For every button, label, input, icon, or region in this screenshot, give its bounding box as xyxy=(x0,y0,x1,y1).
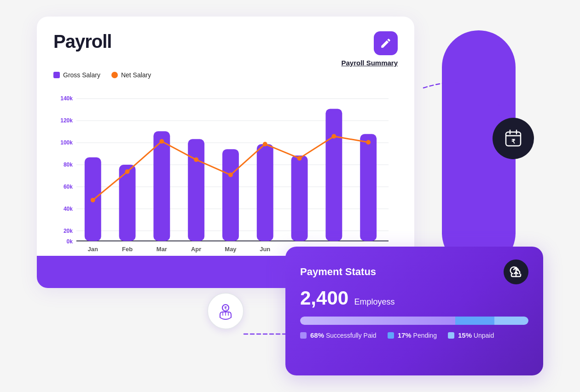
payment-status-card: Payment Status 2,400 Employess xyxy=(285,247,543,375)
payment-legend: 68% Successfully Paid 17% Pending 15% Un… xyxy=(300,331,528,339)
svg-text:20k: 20k xyxy=(64,228,73,234)
payment-status-title: Payment Status xyxy=(300,266,376,278)
progress-paid xyxy=(300,317,455,325)
svg-rect-24 xyxy=(325,109,342,241)
legend-net: Net Salary xyxy=(111,71,151,79)
svg-text:₹: ₹ xyxy=(511,138,516,145)
svg-point-26 xyxy=(91,198,95,202)
svg-point-33 xyxy=(331,134,336,138)
svg-text:60k: 60k xyxy=(64,184,73,190)
hand-coin-circle[interactable]: ₹ xyxy=(207,293,244,329)
legend-dot-paid xyxy=(300,332,307,339)
legend-gross: Gross Salary xyxy=(53,71,100,79)
progress-bar xyxy=(300,317,528,325)
svg-text:140k: 140k xyxy=(60,95,73,102)
upload-icon-circle[interactable] xyxy=(504,259,528,284)
legend-pending: 17% Pending xyxy=(388,331,437,339)
payroll-title: Payroll xyxy=(53,31,111,52)
legend-unpaid: 15% Unpaid xyxy=(448,331,494,339)
svg-point-30 xyxy=(228,173,233,177)
legend-paid: 68% Successfully Paid xyxy=(300,331,377,339)
employees-count: 2,400 xyxy=(300,287,348,309)
svg-point-27 xyxy=(125,169,130,174)
svg-text:Jun: Jun xyxy=(260,246,270,253)
svg-point-32 xyxy=(297,156,302,161)
svg-point-31 xyxy=(263,142,267,146)
svg-text:Mar: Mar xyxy=(157,246,167,253)
chart-area: 140k 120k 100k 80k 60k 40k 20k 0k xyxy=(53,87,398,266)
svg-point-34 xyxy=(366,140,371,144)
svg-text:Jan: Jan xyxy=(88,246,98,253)
svg-text:120k: 120k xyxy=(60,117,73,124)
payroll-summary-link[interactable]: Payroll Summary xyxy=(341,59,398,67)
payroll-chart: 140k 120k 100k 80k 60k 40k 20k 0k xyxy=(53,87,398,266)
svg-text:May: May xyxy=(225,246,237,253)
svg-text:₹: ₹ xyxy=(224,306,227,311)
progress-pending xyxy=(455,317,494,325)
svg-text:0k: 0k xyxy=(67,238,73,245)
legend-dot-unpaid xyxy=(448,332,454,339)
hand-coin-icon: ₹ xyxy=(216,302,235,320)
rupee-icon: ₹ xyxy=(503,128,523,149)
edit-icon xyxy=(380,37,392,49)
legend-dot-pending xyxy=(388,332,394,339)
svg-rect-20 xyxy=(188,139,204,241)
svg-text:80k: 80k xyxy=(64,161,73,168)
svg-text:Apr: Apr xyxy=(191,246,201,253)
legend-dot-net xyxy=(111,72,118,78)
upload-icon xyxy=(509,265,523,279)
rupee-icon-circle[interactable]: ₹ xyxy=(493,118,534,159)
svg-rect-21 xyxy=(222,149,239,241)
svg-rect-23 xyxy=(291,156,308,241)
progress-unpaid xyxy=(494,317,528,325)
employees-row: 2,400 Employess xyxy=(300,287,528,309)
employees-label: Employess xyxy=(354,297,395,306)
svg-point-29 xyxy=(194,157,198,162)
svg-point-28 xyxy=(159,139,164,144)
svg-rect-22 xyxy=(257,144,273,241)
edit-button[interactable] xyxy=(374,31,398,55)
svg-text:100k: 100k xyxy=(60,139,73,146)
svg-text:40k: 40k xyxy=(64,206,73,212)
svg-text:Feb: Feb xyxy=(122,246,133,253)
svg-rect-19 xyxy=(153,131,170,241)
legend-dot-gross xyxy=(53,72,60,78)
chart-legend: Gross Salary Net Salary xyxy=(53,71,398,79)
svg-rect-25 xyxy=(360,134,377,241)
